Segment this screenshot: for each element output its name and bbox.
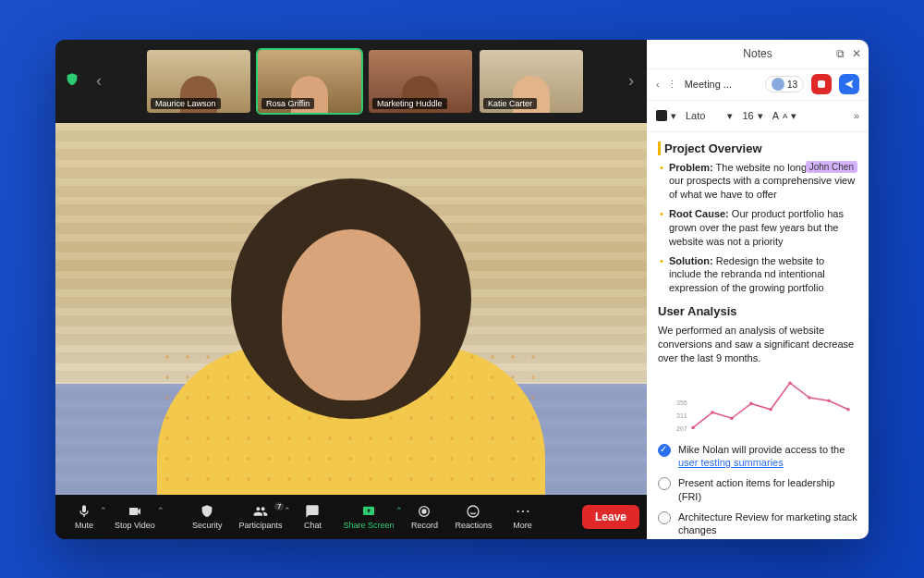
chevron-up-icon[interactable]: ⌃ [100, 506, 107, 515]
share-note-icon[interactable] [839, 74, 859, 94]
thumb-katie[interactable]: Katie Carter [480, 50, 583, 113]
participants-button[interactable]: 7 ⌃ Participants [231, 500, 289, 534]
notes-format-row: ▾ Lato▾ 16▾ AA▾ » [647, 101, 869, 132]
size-picker[interactable]: 16▾ [742, 110, 762, 122]
gallery-thumbs: Maurice Lawson Rosa Griffin Marketing Hu… [113, 50, 617, 113]
thumb-maurice[interactable]: Maurice Lawson [147, 50, 250, 113]
back-icon[interactable]: ‹ [656, 79, 660, 90]
conversion-chart: 267311355 [658, 373, 857, 437]
close-icon[interactable]: ✕ [852, 47, 861, 60]
thumb-rosa[interactable]: Rosa Griffin [258, 50, 361, 113]
svg-point-3 [468, 506, 479, 517]
thumb-label: Katie Carter [483, 98, 537, 109]
svg-point-13 [808, 396, 811, 400]
security-button[interactable]: Security [185, 500, 230, 534]
task-item[interactable]: Present action items for leadership (FRI… [658, 476, 857, 503]
avatar [772, 78, 784, 91]
task-item[interactable]: Mike Nolan will provide access to the us… [658, 443, 857, 470]
thumb-label: Marketing Huddle [372, 98, 447, 109]
thumb-marketing[interactable]: Marketing Huddle [369, 50, 472, 113]
svg-point-10 [749, 401, 753, 405]
heading-overview: Project Overview [658, 141, 857, 155]
chevron-down-icon: ▾ [727, 110, 733, 122]
svg-text:267: 267 [676, 424, 687, 431]
notes-nav-row: ‹ ⋮ Meeting ... 13 [647, 69, 869, 101]
notes-panel: Notes ⧉ ✕ ‹ ⋮ Meeting ... 13 ▾ Lato▾ [647, 40, 869, 539]
chat-button[interactable]: Chat [291, 500, 334, 534]
presence-tag: John Chen [806, 161, 857, 174]
svg-point-11 [769, 408, 772, 412]
bullet-root-cause: Root Cause: Our product portfolio has gr… [658, 207, 857, 249]
svg-text:355: 355 [676, 399, 687, 405]
task-list: Mike Nolan will provide access to the us… [658, 443, 857, 537]
participant-chip[interactable]: 13 [765, 76, 804, 92]
video-column: ‹ Maurice Lawson Rosa Griffin Marketing … [55, 40, 647, 539]
analysis-text: We performed an analysis of website conv… [658, 324, 857, 365]
gallery-next-icon[interactable]: › [625, 71, 638, 91]
notes-body[interactable]: Project Overview Problem: The website no… [647, 132, 869, 539]
chevron-up-icon[interactable]: ⌃ [395, 506, 403, 515]
more-button[interactable]: ⋯ More [502, 500, 544, 534]
svg-point-2 [422, 510, 426, 513]
participants-count: 7 [274, 502, 284, 510]
checkbox-icon[interactable] [658, 511, 671, 524]
encryption-shield-icon[interactable] [65, 72, 79, 91]
thumb-label: Maurice Lawson [151, 98, 221, 109]
chevron-down-icon: ▾ [671, 110, 676, 122]
popout-icon[interactable]: ⧉ [836, 47, 845, 60]
link-user-testing[interactable]: user testing summaries [678, 457, 784, 468]
leave-button[interactable]: Leave [582, 505, 639, 529]
stop-video-button[interactable]: ⌃ Stop Video [107, 500, 163, 534]
overflow-icon[interactable]: » [854, 110, 859, 121]
gallery-prev-icon[interactable]: ‹ [92, 71, 105, 91]
reactions-button[interactable]: Reactions [447, 500, 499, 534]
svg-point-12 [788, 381, 792, 385]
kebab-icon[interactable]: ⋮ [667, 79, 677, 91]
app-window: ‹ Maurice Lawson Rosa Griffin Marketing … [55, 40, 869, 539]
svg-text:311: 311 [676, 412, 687, 418]
bullet-problem: Problem: The website no longer provides … [658, 161, 857, 203]
text-case-button[interactable]: AA▾ [772, 110, 797, 122]
svg-point-8 [711, 411, 714, 414]
gallery-strip: ‹ Maurice Lawson Rosa Griffin Marketing … [55, 40, 647, 123]
breadcrumb[interactable]: Meeting ... [685, 79, 758, 90]
meeting-toolbar: ⌃ Mute ⌃ Stop Video Security 7 ⌃ Partici… [55, 495, 647, 539]
active-speaker-video [55, 123, 647, 495]
heading-analysis: User Analysis [658, 304, 857, 318]
task-item[interactable]: Architecture Review for marketing stack … [658, 510, 857, 537]
record-indicator-icon[interactable] [811, 74, 832, 94]
share-screen-button[interactable]: ⌃ Share Screen [335, 500, 401, 534]
svg-point-7 [691, 425, 695, 429]
checkbox-icon[interactable] [658, 477, 671, 490]
color-picker[interactable]: ▾ [656, 110, 676, 122]
record-button[interactable]: Record [403, 500, 445, 534]
notes-title: Notes [743, 47, 772, 60]
bullet-solution: Solution: Redesign the website to includ… [658, 254, 857, 296]
chevron-up-icon[interactable]: ⌃ [284, 506, 291, 515]
chevron-down-icon: ▾ [791, 110, 796, 122]
svg-point-14 [827, 399, 831, 402]
checkbox-icon[interactable] [658, 444, 671, 457]
svg-point-9 [730, 416, 734, 420]
mute-button[interactable]: ⌃ Mute [63, 500, 105, 534]
chevron-up-icon[interactable]: ⌃ [157, 506, 164, 515]
notes-header: Notes ⧉ ✕ [647, 40, 869, 69]
svg-point-15 [846, 408, 850, 412]
font-picker[interactable]: Lato▾ [686, 110, 733, 122]
thumb-label: Rosa Griffin [261, 98, 314, 109]
chevron-down-icon: ▾ [758, 110, 763, 122]
